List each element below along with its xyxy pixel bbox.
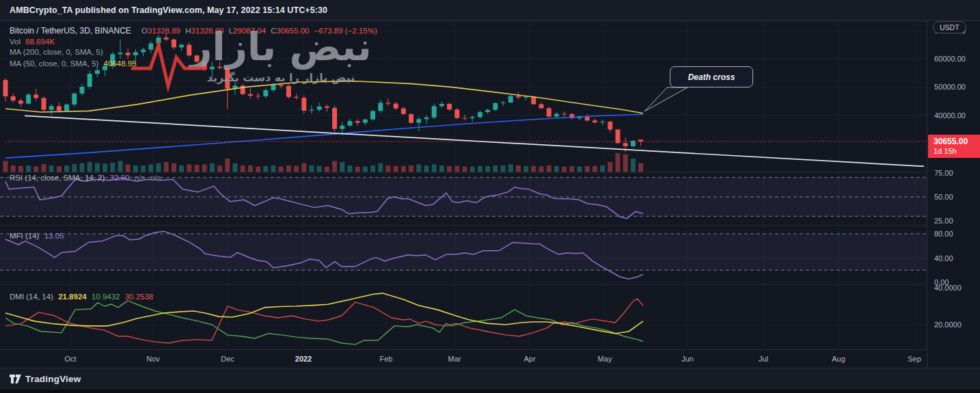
publish-header: AMBCrypto_TA published on TradingView.co… [0, 0, 980, 21]
time-axis-label: Aug [832, 355, 845, 363]
bar-countdown: 1d 15h [934, 146, 980, 156]
dmi-adx-value: 21.8924 [58, 293, 87, 301]
time-axis-label: Jul [759, 355, 768, 363]
tradingview-chart-window: AMBCrypto_TA published on TradingView.co… [0, 0, 980, 393]
time-axis-label: Dec [221, 355, 234, 363]
time-axis[interactable]: OctNovDec2022FebMarAprMayJunJulAugSep [0, 349, 927, 368]
ma50-legend-row[interactable]: MA (50, close, 0, SMA, 5) 40648.95 [10, 59, 139, 68]
death-cross-callout[interactable]: Death cross [670, 66, 753, 87]
time-axis-label: Feb [380, 355, 393, 363]
mfi-label: MFI (14) [10, 232, 39, 240]
chart-canvas[interactable] [0, 0, 980, 393]
rsi-value: 32.60 [110, 174, 130, 182]
window-bottom-edge [0, 390, 980, 393]
footer-bar: TradingView [0, 368, 980, 390]
dmi-minus-di-value: 30.2538 [125, 293, 154, 301]
tradingview-logo-icon [10, 374, 21, 384]
rsi-na2: n/a [150, 174, 161, 182]
volume-label: Vol [10, 38, 21, 46]
change-value: −673.89 (−2.15%) [314, 27, 377, 35]
current-price-tag: 30655.00 1d 15h [928, 135, 980, 158]
death-cross-label: Death cross [688, 72, 735, 82]
price-axis-label: 50000.00 [934, 83, 966, 91]
ma50-value: 40648.95 [104, 59, 137, 68]
volume-legend-row[interactable]: Vol 88.694K [10, 38, 57, 46]
time-axis-label: 2022 [295, 355, 312, 363]
rsi-na1: n/a [135, 174, 146, 182]
volume-value: 88.694K [25, 38, 55, 46]
dmi-axis-label: 40.0000 [934, 284, 962, 292]
tradingview-logo[interactable]: TradingView [10, 374, 81, 384]
rsi-axis-label: 75.00 [934, 169, 953, 177]
time-axis-label: May [598, 355, 612, 363]
ma200-legend-row[interactable]: MA (200, close, 0, SMA, 5) [10, 48, 106, 56]
mfi-legend-row[interactable]: MFI (14) 13.05 [10, 232, 66, 240]
open-value: 31328.89 [148, 27, 180, 35]
ma200-label: MA (200, close, 0, SMA, 5) [10, 48, 103, 56]
publish-title: AMBCrypto_TA published on TradingView.co… [10, 5, 327, 15]
dmi-axis-label: 20.0000 [934, 321, 962, 329]
time-axis-label: Nov [146, 355, 160, 363]
ma50-label: MA (50, close, 0, SMA, 5) [10, 59, 98, 68]
dmi-plus-di-value: 10.9432 [92, 293, 120, 301]
time-axis-label: Jun [681, 355, 694, 363]
open-label: O [141, 27, 148, 35]
price-axis[interactable]: USDT 30655.00 1d 15h 70000.0060000.00500… [927, 21, 980, 368]
symbol-legend-row[interactable]: Bitcoin / TetherUS, 3D, BINANCE O31328.8… [10, 26, 380, 36]
low-value: 29087.04 [233, 27, 266, 35]
time-axis-label: Apr [523, 355, 535, 363]
price-axis-label: 40000.00 [934, 111, 966, 120]
rsi-label: RSI (14, close, SMA, 14, 2) [10, 174, 105, 182]
close-value: 30655.00 [277, 27, 310, 35]
tradingview-logo-text: TradingView [25, 374, 81, 384]
high-value: 31328.90 [191, 27, 223, 35]
symbol-title: Bitcoin / TetherUS, 3D, BINANCE [10, 26, 131, 36]
mfi-value: 13.05 [44, 232, 64, 240]
mfi-axis-label: 80.00 [934, 230, 953, 238]
dmi-label: DMI (14, 14) [10, 293, 53, 301]
currency-toggle-button[interactable]: USDT [933, 21, 966, 33]
price-axis-label: 60000.00 [934, 55, 966, 63]
close-label: C [271, 27, 276, 35]
rsi-axis-label: 25.00 [934, 217, 953, 225]
rsi-axis-label: 50.00 [934, 193, 953, 201]
mfi-axis-label: 40.00 [934, 254, 953, 262]
time-axis-label: Oct [64, 355, 76, 363]
current-price-value: 30655.00 [934, 137, 980, 146]
dmi-legend-row[interactable]: DMI (14, 14) 21.8924 10.9432 30.2538 [10, 293, 156, 301]
time-axis-label: Mar [448, 355, 461, 363]
time-axis-label: Sep [908, 355, 921, 363]
rsi-legend-row[interactable]: RSI (14, close, SMA, 14, 2) 32.60 n/a n/… [10, 174, 164, 182]
